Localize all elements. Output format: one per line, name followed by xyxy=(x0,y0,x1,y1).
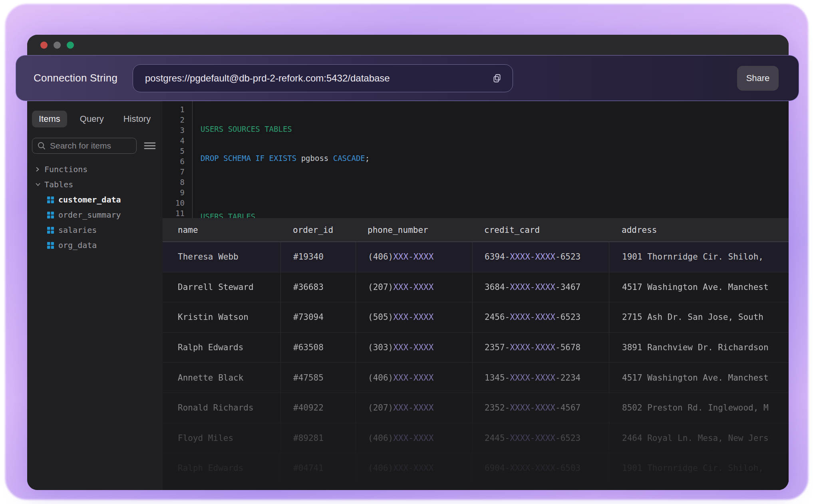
line-number-gutter: 12 34 56 78 910 11 xyxy=(163,101,193,218)
cell-credit-card: 2445-XXXX-XXXX-6523 xyxy=(472,423,609,453)
zoom-window-button[interactable] xyxy=(67,42,74,49)
table-row[interactable]: Annette Black #47585 (406) XXX-XXXX 1345… xyxy=(163,363,789,393)
titlebar xyxy=(27,35,789,55)
cell-credit-card: 2456-XXXX-XXXX-6523 xyxy=(472,302,609,332)
table-row[interactable]: Floyd Miles #89281 (406) XXX-XXXX 2445-X… xyxy=(163,423,789,454)
tree-item-label: customer_data xyxy=(58,195,121,204)
cell-phone: (406) XXX-XXXX xyxy=(356,242,472,272)
cell-address: 3891 Ranchview Dr. Richardson xyxy=(609,333,789,363)
tab-items[interactable]: Items xyxy=(32,111,67,127)
sql-editor[interactable]: 12 34 56 78 910 11 USERS SOURCES TABLES … xyxy=(163,101,789,218)
tree-item-salaries[interactable]: salaries xyxy=(27,222,163,238)
cell-address: 8502 Preston Rd. Inglewood, M xyxy=(609,393,789,423)
cell-credit-card: 2352-XXXX-XXXX-4567 xyxy=(472,393,609,423)
table-grid-icon xyxy=(47,227,54,234)
tab-history[interactable]: History xyxy=(117,111,157,127)
column-header-credit-card[interactable]: credit_card xyxy=(484,218,540,242)
code-line xyxy=(201,183,789,192)
cell-credit-card: 3684-XXXX-XXXX-3467 xyxy=(472,272,609,302)
cell-address: 2715 Ash Dr. San Jose, South xyxy=(609,302,789,332)
share-button[interactable]: Share xyxy=(737,66,779,91)
cell-name: Kristin Watson xyxy=(163,302,280,332)
tree-item-label: org_data xyxy=(58,240,97,250)
results-table: name order_id phone_number credit_card a… xyxy=(163,218,789,490)
table-row[interactable]: Theresa Webb #19340 (406) XXX-XXXX 6394-… xyxy=(163,242,789,272)
cell-order-id: #63508 xyxy=(280,333,356,363)
content-panel: 12 34 56 78 910 11 USERS SOURCES TABLES … xyxy=(163,101,789,490)
cell-phone: (406) XXX-XXXX xyxy=(356,423,472,453)
cell-phone: (406) XXX-XXXX xyxy=(356,453,472,483)
cell-order-id: #73094 xyxy=(280,302,356,332)
search-box[interactable] xyxy=(32,138,137,154)
cell-credit-card: 6394-XXXX-XXXX-6523 xyxy=(472,242,609,272)
cell-credit-card: 2357-XXXX-XXXX-5678 xyxy=(472,333,609,363)
tree-item-order-summary[interactable]: order_summary xyxy=(27,207,163,222)
sql-code: USERS SOURCES TABLES DROP SCHEMA IF EXIS… xyxy=(201,101,789,218)
cell-address: 4517 Washington Ave. Manchest xyxy=(609,272,789,302)
tree-item-tables[interactable]: Tables xyxy=(27,177,163,192)
cell-address: 1901 Thornridge Cir. Shiloh, xyxy=(609,453,789,483)
tree-item-label: salaries xyxy=(58,225,97,235)
chevron-down-icon xyxy=(35,182,41,187)
cell-name: Ronald Richards xyxy=(163,393,280,423)
code-line: DROP SCHEMA IF EXISTS pgboss CASCADE; xyxy=(201,153,789,163)
tree-item-label: Tables xyxy=(44,180,73,189)
cell-order-id: #19340 xyxy=(280,242,356,272)
cell-order-id: #47585 xyxy=(280,363,356,393)
cell-phone: (207) XXX-XXXX xyxy=(356,393,472,423)
app-window: Items Query History xyxy=(27,35,789,490)
cell-order-id: #89281 xyxy=(280,423,356,453)
table-row[interactable]: Ralph Edwards #04741 (406) XXX-XXXX 6904… xyxy=(163,453,789,484)
cell-address: 2464 Royal Ln. Mesa, New Jers xyxy=(609,423,789,453)
cell-address: 4517 Washington Ave. Manchest xyxy=(609,363,789,393)
sidebar: Items Query History xyxy=(27,101,163,490)
column-header-address[interactable]: address xyxy=(622,218,657,242)
tree-item-functions[interactable]: Functions xyxy=(27,162,163,177)
main-area: Items Query History xyxy=(27,101,789,490)
menu-icon[interactable] xyxy=(144,141,156,151)
table-row[interactable]: Ralph Edwards #63508 (303) XXX-XXXX 2357… xyxy=(163,333,789,363)
cell-name: Floyd Miles xyxy=(163,423,280,453)
tree-item-org-data[interactable]: org_data xyxy=(27,238,163,253)
items-tree: Functions Tables customer_ xyxy=(27,162,163,253)
close-window-button[interactable] xyxy=(40,42,48,49)
tab-query[interactable]: Query xyxy=(73,111,111,127)
tree-item-label: Functions xyxy=(44,165,87,174)
table-row[interactable]: Ronald Richards #40922 (207) XXX-XXXX 23… xyxy=(163,393,789,423)
window-content: Items Query History xyxy=(27,35,789,490)
search-icon xyxy=(37,141,46,150)
search-row xyxy=(32,138,158,154)
cell-name: Ralph Edwards xyxy=(163,453,280,483)
cell-credit-card: 6904-XXXX-XXXX-6503 xyxy=(472,453,609,483)
connection-string-input[interactable] xyxy=(145,73,491,84)
cell-phone: (406) XXX-XXXX xyxy=(356,363,472,393)
sidebar-tabs: Items Query History xyxy=(32,111,157,127)
cell-name: Darrell Steward xyxy=(163,272,280,302)
connection-bar: Connection String Share xyxy=(16,55,799,101)
connection-string-field[interactable] xyxy=(133,64,513,92)
table-row[interactable]: Darrell Steward #36683 (207) XXX-XXXX 36… xyxy=(163,272,789,303)
cell-phone: (505) XXX-XXXX xyxy=(356,302,472,332)
screenshot-canvas: Items Query History xyxy=(0,0,813,504)
table-grid-icon xyxy=(47,212,54,218)
minimize-window-button[interactable] xyxy=(54,42,61,49)
cell-name: Annette Black xyxy=(163,363,280,393)
tree-item-customer-data[interactable]: customer_data xyxy=(27,192,163,207)
code-line: USERS SOURCES TABLES xyxy=(201,124,789,134)
table-header: name order_id phone_number credit_card a… xyxy=(163,218,789,242)
cell-order-id: #04741 xyxy=(280,453,356,483)
column-header-order-id[interactable]: order_id xyxy=(293,218,333,242)
cell-phone: (303) XXX-XXXX xyxy=(356,333,472,363)
cell-name: Theresa Webb xyxy=(163,242,280,272)
table-grid-icon xyxy=(47,242,54,249)
chevron-right-icon xyxy=(35,167,41,172)
cell-address: 1901 Thornridge Cir. Shiloh, xyxy=(609,242,789,272)
table-row[interactable]: Kristin Watson #73094 (505) XXX-XXXX 245… xyxy=(163,302,789,333)
copy-icon[interactable] xyxy=(491,72,503,84)
column-header-phone-number[interactable]: phone_number xyxy=(368,218,428,242)
cell-credit-card: 1345-XXXX-XXXX-2234 xyxy=(472,363,609,393)
column-header-name[interactable]: name xyxy=(178,218,198,242)
cell-order-id: #36683 xyxy=(280,272,356,302)
cell-order-id: #40922 xyxy=(280,393,356,423)
search-input[interactable] xyxy=(50,141,131,151)
